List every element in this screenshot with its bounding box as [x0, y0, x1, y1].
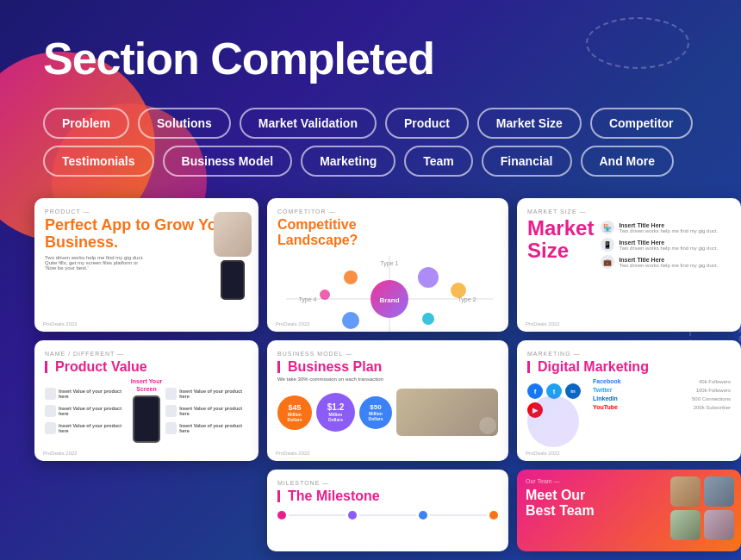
card-product-avatar — [214, 212, 252, 257]
value-phone-center: Insert Your Screen — [131, 378, 162, 443]
card-milestone-label: Milestone — — [277, 480, 498, 486]
value-icon-6 — [165, 422, 177, 434]
card-digital-content: f t in ▶ Facebook 40k Followers Twitter … — [527, 378, 731, 447]
tag-business-model[interactable]: Business Model — [163, 146, 293, 177]
card-milestone-title: The Milestone — [288, 488, 380, 504]
card-competitor: Competitor — Competitive Landscape? Bran… — [267, 198, 508, 332]
milestone-line — [289, 514, 346, 516]
svg-point-11 — [422, 313, 434, 325]
social-linkedin: in — [565, 383, 581, 399]
card-business-divider — [277, 361, 280, 373]
svg-point-10 — [342, 312, 359, 329]
milestone-dot-1 — [277, 511, 286, 520]
market-icon-1: 🏪 — [601, 221, 614, 234]
card-business-commission: We take 30% commission on each transacti… — [277, 376, 498, 382]
card-competitor-title: Competitive Landscape? — [277, 217, 498, 247]
card-team: Our Team — Meet Our Best Team — [517, 470, 741, 551]
tag-problem[interactable]: Problem — [43, 108, 129, 139]
card-market-items: 🏪 Insert Title Here Two driven works hel… — [601, 221, 718, 269]
value-text-3: Insert Value of your product here — [59, 423, 128, 433]
team-avatar-1 — [670, 476, 701, 507]
amount-circle-2: $1.2 Million Dollars — [316, 393, 355, 432]
card-competitor-footer: ProDeals 2022 — [276, 321, 310, 327]
megaphone-area: f t in ▶ — [527, 378, 588, 447]
card-business-footer: ProDeals 2022 — [276, 451, 310, 456]
tag-market-validation[interactable]: Market Validation — [240, 108, 377, 139]
milestone-dot-3 — [419, 511, 427, 520]
card-digital-divider — [527, 361, 530, 373]
card-product-footer: ProDeals 2022 — [43, 321, 78, 327]
tag-solutions[interactable]: Solutions — [138, 108, 231, 139]
card-market-footer: ProDeals 2022 — [526, 321, 560, 327]
tag-testimonials[interactable]: Testimonials — [43, 146, 154, 177]
business-photo — [396, 389, 498, 436]
card-digital-marketing: Marketing — Digital Marketing f t in ▶ — [517, 340, 741, 461]
svg-text:Type 1: Type 1 — [380, 260, 398, 267]
card-digital-label: Marketing — — [527, 351, 731, 357]
market-icon-3: 💼 — [601, 255, 614, 269]
milestone-line-2 — [359, 514, 416, 516]
tag-financial[interactable]: Financial — [482, 146, 572, 177]
social-stat-li: LinkedIn 500 Connections — [593, 395, 731, 401]
market-item-3: 💼 Insert Title Here Two driven works hel… — [601, 255, 718, 269]
card-value-divider — [45, 361, 47, 373]
market-item-2: 📱 Insert Title Here Two driven works hel… — [601, 238, 718, 252]
team-avatar-4 — [704, 510, 734, 540]
megaphone-bg — [527, 395, 579, 447]
card-business-label: Business Model — — [277, 351, 498, 357]
card-business: Business Model — Business Plan We take 3… — [267, 340, 508, 461]
phone-mockup — [133, 395, 160, 443]
value-icon-1 — [45, 388, 56, 400]
card-competitor-label: Competitor — — [277, 208, 498, 215]
svg-text:Brand: Brand — [379, 296, 399, 304]
tags-row-1: Problem Solutions Market Validation Prod… — [43, 108, 698, 139]
value-text-2: Insert Value of your product here — [59, 406, 128, 416]
card-team-avatars — [670, 476, 734, 540]
svg-point-9 — [418, 267, 439, 288]
team-avatar-3 — [670, 510, 701, 540]
card-digital-footer: ProDeals 2022 — [526, 451, 560, 456]
svg-point-12 — [320, 289, 330, 300]
amount-circle-1: $45 Million Dollars — [277, 395, 312, 430]
tag-team[interactable]: Team — [404, 146, 473, 177]
value-text-6: Insert Value of your product here — [179, 423, 248, 433]
card-digital-title: Digital Marketing — [538, 359, 649, 375]
social-stat-fb: Facebook 40k Followers — [593, 378, 731, 384]
tags-row-2: Testimonials Business Model Marketing Te… — [43, 146, 698, 177]
tag-product[interactable]: Product — [385, 108, 469, 139]
tag-market-size[interactable]: Market Size — [477, 108, 582, 139]
card-milestone: Milestone — The Milestone — [267, 470, 508, 551]
card-market-title: Market Size — [527, 217, 594, 263]
tag-and-more[interactable]: And More — [581, 146, 675, 177]
social-stat-tw: Twitter 100k Followers — [593, 387, 731, 393]
card-value-title: Product Value — [55, 359, 147, 375]
card-product-phone — [221, 260, 245, 300]
tag-marketing[interactable]: Marketing — [301, 146, 395, 177]
amount-circle-3: $50 Million Dollars — [359, 396, 392, 429]
social-facebook: f — [527, 383, 543, 399]
svg-text:Type 4: Type 4 — [298, 296, 316, 303]
card-product-subtitle: Two driven works help me find my gig duc… — [45, 255, 148, 271]
card-competitor-canvas: Brand Type 1 Type 3 Type 2 Type 4 — [277, 252, 498, 332]
card-business-title: Business Plan — [288, 359, 382, 375]
social-stats: Facebook 40k Followers Twitter 100k Foll… — [593, 378, 731, 447]
tag-competitor[interactable]: Competitor — [590, 108, 693, 139]
card-product-value: Name / Different — Product Value Insert … — [34, 340, 258, 461]
milestone-line-3 — [430, 514, 487, 516]
value-icon-3 — [45, 422, 56, 434]
market-icon-2: 📱 — [601, 238, 614, 252]
value-text-1: Insert Value of your product here — [59, 389, 128, 399]
milestone-timeline — [277, 511, 498, 520]
watermark: PitchDecks — [706, 224, 715, 284]
card-product: Product — Perfect App to Grow Your Busin… — [34, 198, 258, 332]
milestone-dot-2 — [348, 511, 357, 520]
team-avatar-2 — [704, 476, 734, 507]
value-icon-5 — [165, 405, 177, 417]
card-business-amounts: $45 Million Dollars $1.2 Million Dollars… — [277, 389, 498, 436]
value-icon-4 — [165, 388, 177, 400]
value-icon-2 — [45, 405, 56, 417]
value-text-5: Insert Value of your product here — [179, 406, 248, 416]
milestone-dot-4 — [489, 511, 498, 520]
card-milestone-divider — [277, 490, 280, 502]
card-value-footer: ProDeals 2022 — [43, 451, 78, 456]
